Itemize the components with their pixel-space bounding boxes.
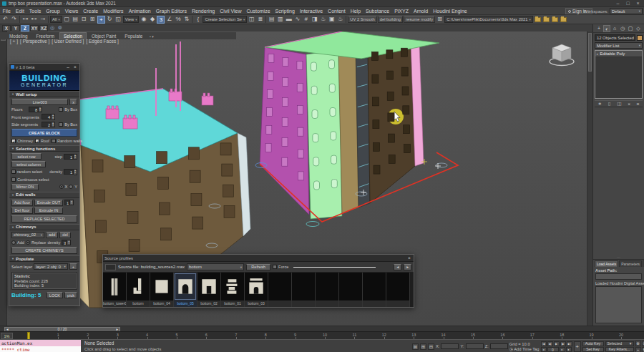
axis-constraint-y[interactable]: Y — [11, 25, 20, 31]
zoom-icon[interactable]: ⊕ — [635, 341, 641, 346]
chimney-add-radio[interactable]: Add — [11, 240, 24, 245]
motion-tab-icon[interactable]: ◷ — [619, 25, 626, 32]
add-floor-button[interactable]: Add floor — [11, 200, 33, 206]
chimney-density-spinner[interactable]: 3▲▼ — [62, 240, 71, 245]
menu-houdini-engine[interactable]: Houdini Engine — [431, 9, 469, 14]
profile-thumb-bottom-05[interactable]: bottom_05 — [174, 273, 197, 307]
prev-page-button[interactable]: ◂ — [394, 264, 401, 270]
axis-constraint-xy[interactable]: XY — [30, 25, 39, 31]
front-segments-spinner[interactable]: 4▲▼ — [42, 114, 55, 119]
next-frame-icon[interactable]: |▶ — [560, 341, 566, 346]
material-editor-icon[interactable]: ◨ — [311, 16, 318, 24]
bind-to-spacewarp-icon[interactable]: ⊸ — [39, 16, 47, 24]
close-icon[interactable]: × — [72, 64, 78, 69]
random-walls-checkbox[interactable]: Random walls — [52, 139, 82, 143]
scene-explorer-icon[interactable]: ▤ — [268, 16, 275, 24]
folder-icon-3[interactable] — [552, 17, 558, 22]
profile-thumb-bottom-01[interactable]: bottom_01 — [221, 273, 245, 307]
menu-scripting[interactable]: Scripting — [273, 9, 297, 14]
menu-rendering[interactable]: Rendering — [189, 9, 217, 14]
schematic-view-icon[interactable]: # — [302, 16, 310, 24]
resume-modify-button[interactable]: resume modify — [404, 16, 435, 23]
z-coordinate-field[interactable] — [490, 343, 508, 349]
extrude-spinner[interactable]: 1▲▼ — [64, 200, 74, 205]
orbit-icon[interactable]: ↻ — [642, 347, 644, 352]
select-by-name-icon[interactable]: ▤ — [72, 16, 79, 24]
chimney-checkbox[interactable]: Chimney — [11, 139, 33, 143]
make-unique-icon[interactable]: ◫ — [617, 101, 621, 107]
vertex-gizmo[interactable] — [306, 222, 319, 227]
frame-step-forward-icon[interactable]: ▸ — [560, 347, 565, 352]
snap-ring2-icon[interactable]: ⊚ — [57, 25, 64, 31]
pin-stack-icon[interactable]: ∗ — [597, 101, 601, 107]
bg-title-bar[interactable]: v 1.0 beta – × — [9, 64, 79, 71]
side-segments-spinner[interactable]: 2▲▼ — [42, 122, 55, 127]
workspace-dropdown[interactable]: Default ▾ — [610, 8, 643, 14]
replace-selected-button[interactable]: REPLACE SELECTED — [11, 215, 77, 223]
curve-editor-icon[interactable]: ∿ — [293, 16, 301, 24]
remove-modifier-icon[interactable]: × — [628, 102, 630, 107]
rollout-selecting-functions[interactable]: ▼Selecting functions — [9, 145, 79, 152]
window-crossing-icon[interactable]: ⊞ — [89, 16, 97, 24]
show-end-result-icon[interactable]: ▯ — [608, 101, 611, 107]
axis-constraint-x[interactable]: X — [2, 25, 11, 31]
rectangular-selection-icon[interactable]: ⊡ — [80, 16, 88, 24]
menu-animation[interactable]: Animation — [126, 9, 153, 14]
angle-snap-icon[interactable]: ∠ — [165, 16, 173, 24]
viewcube[interactable] — [550, 44, 574, 66]
modify-tab-icon[interactable]: ◐ — [603, 25, 610, 32]
use-pivot-center-icon[interactable]: ◉ — [140, 16, 147, 24]
menu-edit[interactable]: Edit — [13, 9, 26, 14]
project-folder-dropdown[interactable]: C:\Users\msePlik\Documents\3ds Max 2021▾ — [444, 16, 533, 23]
time-slider-track[interactable]: ◂ 0 / 20 ▸ — [0, 326, 644, 331]
menu-group[interactable]: Group — [44, 9, 62, 14]
vertex-gizmo[interactable] — [436, 163, 447, 167]
set-key-button[interactable]: Set Key — [582, 347, 604, 352]
expand-arrow-icon[interactable]: ▸ — [597, 52, 598, 56]
refresh-button[interactable]: Refresh — [246, 264, 270, 270]
profile-thumb-bottom-02[interactable]: bottom_02 — [197, 273, 221, 307]
houdini-tab-load-assets[interactable]: Load Assets — [595, 260, 618, 267]
ribbon-toggle-icon[interactable]: ▬ — [285, 16, 293, 24]
viewport-scrollbar[interactable] — [587, 31, 592, 326]
select-and-rotate-icon[interactable]: ↻ — [106, 16, 114, 24]
lock-button[interactable]: LOCK — [47, 292, 63, 298]
uv2smooth-button[interactable]: UV 2 Smooth — [348, 16, 376, 23]
utilities-tab-icon[interactable]: ◇ — [635, 25, 642, 32]
size-slider[interactable] — [293, 267, 376, 268]
continuous-select-checkbox[interactable]: Continuous select — [11, 177, 49, 182]
folder-icon-2[interactable] — [543, 17, 550, 22]
loaded-assets-list[interactable] — [595, 286, 642, 323]
rollout-populate[interactable]: ▼Populate — [9, 255, 79, 262]
current-frame-field[interactable]: 0 — [547, 347, 559, 352]
go-to-start-icon[interactable]: |◀ — [541, 341, 547, 346]
key-mode-toggle-icon[interactable]: ● — [566, 347, 572, 352]
menu-customize[interactable]: Customize — [244, 9, 273, 14]
axis-constraint-z[interactable]: Z — [21, 25, 29, 31]
modifier-list-dropdown[interactable]: Modifier List ▾ — [595, 42, 643, 49]
extrude-out-button[interactable]: Extrude OUT — [34, 200, 63, 206]
wirecolor-swatch[interactable] — [637, 35, 643, 41]
render-production-icon[interactable]: ♨ — [336, 16, 344, 24]
profile-thumb-bottom-tower003[interactable]: bottom_tower003 — [103, 273, 127, 307]
chimney-replace-radio[interactable]: Replace — [26, 240, 47, 245]
profile-thumb-bottom[interactable]: bottom — [127, 273, 150, 307]
spline-clear-button[interactable]: x — [69, 99, 77, 105]
ribbon-tab-object-paint[interactable]: Object Paint — [88, 33, 119, 39]
create-chimneys-button[interactable]: CREATE CHIMNEYS — [11, 247, 77, 254]
profile-thumb-bottom-03[interactable]: bottom_03 — [245, 273, 268, 307]
layer-dropdown[interactable]: layer: 2 obj: 0▾ — [34, 263, 67, 270]
frame-step-back-icon[interactable]: ◂ — [541, 347, 547, 352]
roof-checkbox[interactable]: Roof — [35, 139, 49, 143]
by-box-checkbox-2[interactable]: By Box — [59, 122, 77, 127]
go-to-end-icon[interactable]: ▶| — [567, 341, 572, 346]
selection-filter-dropdown[interactable]: All▾ — [50, 16, 62, 23]
snap-ring-icon[interactable]: ◎ — [49, 25, 56, 31]
display-tab-icon[interactable]: ▢ — [627, 25, 634, 32]
x-coordinate-field[interactable] — [441, 343, 459, 349]
ribbon-tab-freeform[interactable]: Freeform — [33, 33, 59, 39]
pick-button[interactable]: pick — [64, 292, 77, 298]
minimize-icon[interactable]: – — [614, 1, 622, 6]
menu-create[interactable]: Create — [81, 9, 101, 14]
undo-icon[interactable]: ↶ — [1, 16, 9, 24]
